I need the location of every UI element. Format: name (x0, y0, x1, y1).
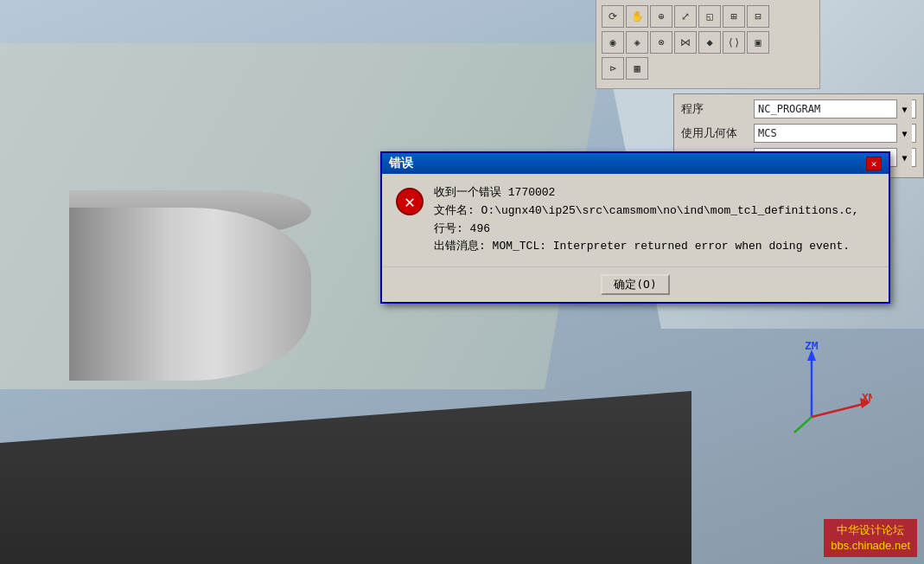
toolbar-row-2: ◉ ◈ ⊗ ⋈ ◆ ⟨⟩ ▣ (602, 31, 814, 54)
ok-button[interactable]: 确定(O) (601, 274, 670, 295)
toolbar-row-1: ⟳ ✋ ⊕ ⤢ ◱ ⊞ ⊟ (602, 5, 814, 28)
program-value: NC_PROGRAM (758, 103, 820, 115)
watermark-line1: 中华设计论坛 (831, 522, 910, 538)
error-text-block: 收到一个错误 1770002 文件名: O:\ugnx40\ip25\src\c… (434, 184, 875, 256)
cylinder-body (69, 208, 311, 381)
svg-line-4 (794, 417, 812, 433)
wireframe-icon[interactable]: ⊞ (723, 5, 745, 28)
zoom-icon[interactable]: ⊕ (650, 5, 672, 28)
dialog-title: 错误 (389, 156, 413, 171)
cad-viewport: ZM XM ⟳ ✋ ⊕ ⤢ ◱ ⊞ ⊟ ◉ ◈ ⊗ ⋈ ◆ ⟨⟩ ▣ ⊳ ▦ (0, 0, 924, 564)
geometry-value: MCS (758, 127, 777, 139)
svg-text:XM: XM (862, 391, 872, 404)
program-row: 程序 NC_PROGRAM ▼ (681, 99, 916, 119)
dialog-close-button[interactable]: ✕ (866, 157, 882, 170)
geometry-dropdown-arrow[interactable]: ▼ (896, 124, 912, 143)
svg-text:ZM: ZM (805, 339, 819, 352)
geometry-row: 使用几何体 MCS ▼ (681, 124, 916, 143)
color-icon[interactable]: ◆ (698, 31, 721, 54)
dialog-footer: 确定(O) (382, 266, 889, 302)
fit-icon[interactable]: ⤢ (674, 5, 697, 28)
geometry-label: 使用几何体 (681, 125, 750, 141)
section-icon[interactable]: ⋈ (674, 31, 697, 54)
shade-icon[interactable]: ◉ (602, 31, 624, 54)
pan-icon[interactable]: ✋ (626, 5, 648, 28)
program-select[interactable]: NC_PROGRAM ▼ (754, 99, 916, 119)
program-dropdown-arrow[interactable]: ▼ (896, 99, 912, 119)
error-circle-icon: ✕ (396, 188, 424, 215)
tool-dropdown-arrow[interactable]: ▼ (896, 148, 912, 167)
error-line1: 收到一个错误 1770002 (434, 184, 875, 202)
toolbar-row-3: ⊳ ▦ (602, 57, 814, 80)
perspective-icon[interactable]: ◱ (698, 5, 721, 28)
dialog-titlebar: 错误 ✕ (382, 153, 889, 174)
svg-line-2 (812, 404, 863, 417)
program-label: 程序 (681, 101, 750, 117)
watermark-line2: bbs.chinade.net (831, 538, 910, 554)
error-line3: 出错消息: MOM_TCL: Interpreter returned erro… (434, 238, 875, 256)
watermark: 中华设计论坛 bbs.chinade.net (824, 519, 917, 557)
measure-icon[interactable]: ⟨⟩ (723, 31, 745, 54)
dialog-body: ✕ 收到一个错误 1770002 文件名: O:\ugnx40\ip25\src… (382, 174, 889, 266)
geometry-select[interactable]: MCS ▼ (754, 124, 916, 143)
cam-icon[interactable]: ⊳ (602, 57, 624, 80)
dark-bottom (0, 391, 691, 564)
rotate-icon[interactable]: ⟳ (602, 5, 624, 28)
error-icon-container: ✕ (396, 188, 424, 215)
edge-icon[interactable]: ◈ (626, 31, 648, 54)
toolbar-panel: ⟳ ✋ ⊕ ⤢ ◱ ⊞ ⊟ ◉ ◈ ⊗ ⋈ ◆ ⟨⟩ ▣ ⊳ ▦ (596, 0, 820, 89)
render-icon[interactable]: ▣ (747, 31, 769, 54)
error-dialog: 错误 ✕ ✕ 收到一个错误 1770002 文件名: O:\ugnx40\ip2… (380, 151, 890, 304)
axis-display: ZM XM (768, 339, 872, 443)
hidden-icon[interactable]: ⊗ (650, 31, 672, 54)
error-line2: 文件名: O:\ugnx40\ip25\src\camsmom\no\ind\m… (434, 202, 875, 239)
table-icon[interactable]: ▦ (626, 57, 648, 80)
grid-icon[interactable]: ⊟ (747, 5, 769, 28)
